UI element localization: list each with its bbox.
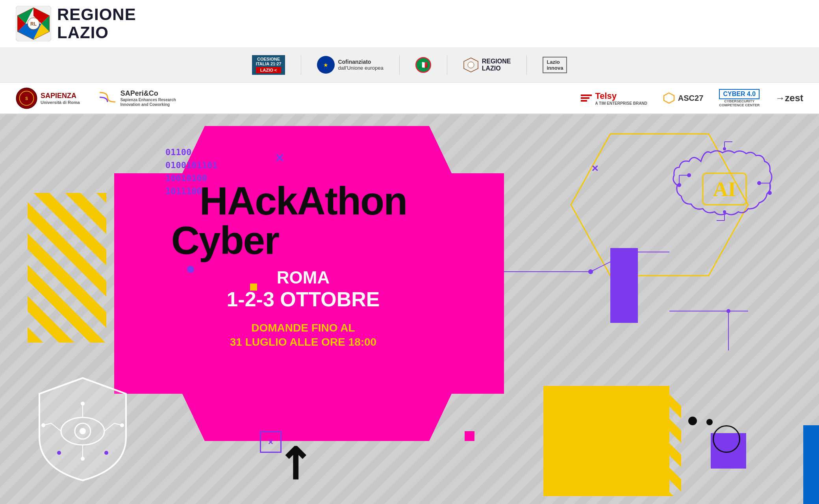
sapienza-emblem-icon: S — [16, 87, 37, 109]
logo-text: REGIONE LAZIO — [57, 6, 136, 42]
cyberhack-title: CyberHAck4AI — [126, 220, 480, 260]
svg-text:AI: AI — [713, 178, 736, 200]
regione-lazio-logo: RL REGIONE LAZIO — [16, 6, 136, 42]
deadline-line1: DOMANDE FINO AL — [126, 321, 480, 335]
circle-outline-decoration — [713, 425, 740, 453]
italy-sponsor: 🇮🇹 — [415, 57, 431, 73]
lazio-innova-sponsor: Lazio innova — [543, 57, 567, 73]
italy-coat-icon: 🇮🇹 — [415, 57, 431, 73]
yellow-stripes-left — [28, 193, 106, 343]
partner-left-group: S SAPIENZA Università di Roma SAPeri&Co … — [16, 87, 180, 109]
yellow-diagonal-right — [563, 394, 681, 496]
svg-point-43 — [80, 428, 86, 434]
svg-point-34 — [677, 183, 681, 187]
event-date: 1-2-3 OTTOBRE — [126, 287, 480, 311]
x-mark-decoration-2: × — [591, 161, 598, 175]
svg-point-33 — [768, 191, 772, 195]
event-location: ROMA — [126, 268, 480, 287]
hackathon-title: HAckAthon — [126, 181, 480, 220]
shield-illustration — [32, 374, 134, 484]
coesione-sponsor: COESIONE ITALIA 21·27 LAZIO < — [252, 55, 285, 75]
svg-point-51 — [81, 402, 85, 406]
telsy-logo: Telsy A TIM ENTERPRISE BRAND — [581, 91, 647, 106]
eu-icon: ★ — [317, 56, 335, 74]
event-deadline: DOMANDE FINO AL 31 LUGLIO ALLE ORE 18:00 — [126, 321, 480, 350]
hack4ai-suffix: HAck4AI — [279, 218, 435, 262]
divider-3 — [447, 55, 447, 75]
svg-point-53 — [81, 457, 85, 461]
saperico-icon — [96, 89, 117, 107]
zest-logo: →zest — [775, 93, 803, 104]
deadline-line2: 31 LUGLIO ALLE ORE 18:00 — [126, 335, 480, 349]
main-event-area: 01100 0100101101 10010100 1011100| × HAc… — [0, 114, 819, 504]
svg-point-20 — [588, 269, 593, 274]
svg-point-40 — [723, 210, 726, 213]
svg-point-11 — [468, 62, 474, 68]
regione-emblem-icon: RL — [16, 6, 51, 41]
blue-sidebar-decoration — [803, 425, 819, 504]
event-content-block: HAckAthon CyberHAck4AI ROMA 1-2-3 OTTOBR… — [126, 181, 480, 350]
svg-point-54 — [57, 451, 61, 455]
black-dot-1 — [688, 417, 697, 425]
header: RL REGIONE LAZIO — [0, 0, 819, 47]
sponsors-bar: COESIONE ITALIA 21·27 LAZIO < ★ Cofinanz… — [0, 47, 819, 83]
svg-point-55 — [104, 451, 108, 455]
x-mark-decoration-1: × — [276, 150, 284, 166]
svg-point-24 — [726, 309, 730, 313]
black-dot-2 — [706, 419, 713, 425]
cyber-prefix: Cyber — [171, 218, 279, 262]
pink-pixel-2 — [244, 417, 252, 425]
svg-marker-15 — [664, 93, 674, 103]
coesione-logo: COESIONE ITALIA 21·27 LAZIO < — [252, 55, 285, 75]
ai-brain-illustration: AI — [669, 138, 780, 248]
svg-text:S: S — [25, 96, 28, 101]
shield-svg — [32, 374, 134, 484]
svg-point-37 — [723, 147, 726, 150]
divider-4 — [526, 55, 527, 75]
telsy-lines-icon — [581, 94, 592, 102]
regione-lazio-small-icon — [463, 57, 479, 73]
regione-lazio-sponsor: REGIONE LAZIO — [463, 57, 511, 73]
divider-2 — [399, 55, 400, 75]
eu-sponsor: ★ Cofinanziato dall'Unione europea — [317, 56, 383, 74]
svg-point-46 — [41, 423, 45, 427]
purple-rect-right — [610, 248, 638, 323]
svg-text:RL: RL — [30, 21, 37, 27]
partner-right-group: Telsy A TIM ENTERPRISE BRAND ASC27 CYBER… — [581, 89, 803, 107]
svg-point-49 — [120, 423, 124, 427]
saperico-logo: SAPeri&Co Sapienza Enhances Research Inn… — [96, 89, 180, 107]
asc27-icon — [663, 92, 675, 104]
sapienza-logo: S SAPIENZA Università di Roma — [16, 87, 80, 109]
partners-bar: S SAPIENZA Università di Roma SAPeri&Co … — [0, 83, 819, 114]
cyber40-logo: CYBER 4.0 CYBERSECURITY COMPETENCE CENTE… — [719, 89, 760, 107]
ai-brain-svg: AI — [669, 138, 780, 248]
asc27-logo: ASC27 — [663, 92, 703, 104]
divider-1 — [301, 55, 301, 75]
pink-pixel-3 — [465, 431, 474, 441]
